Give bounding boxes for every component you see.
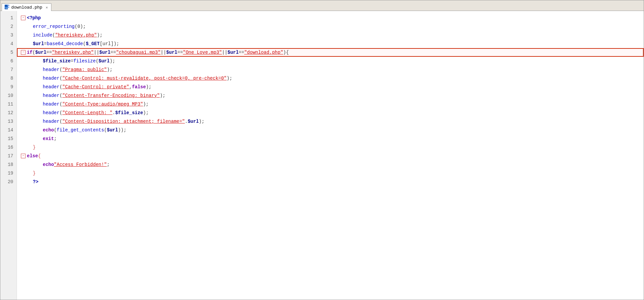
line-num-10: 10 bbox=[0, 91, 17, 100]
fold-1[interactable]: − bbox=[21, 16, 26, 20]
code-line-19: } bbox=[17, 169, 644, 178]
svg-rect-2 bbox=[5, 7, 9, 8]
code-line-13: header ( "Content-Disposition: attachmen… bbox=[17, 117, 644, 126]
code-line-16: } bbox=[17, 143, 644, 152]
line-num-12: 12 bbox=[0, 109, 17, 117]
code-line-18: echo "Access Forbidden!"; bbox=[17, 160, 644, 169]
tab-bar: download.php ✕ bbox=[0, 0, 644, 11]
fold-17[interactable]: − bbox=[21, 154, 26, 158]
line-num-2: 2 bbox=[0, 22, 17, 31]
code-line-10: header ( "Content-Transfer-Encoding: bin… bbox=[17, 91, 644, 100]
tab-download-php[interactable]: download.php ✕ bbox=[2, 3, 51, 11]
code-line-14: echo(file_get_contents($url)); bbox=[17, 126, 644, 134]
code-line-17: − else { bbox=[17, 152, 644, 160]
line-num-20: 20 bbox=[0, 178, 17, 186]
line-num-19: 19 bbox=[0, 169, 17, 178]
code-line-9: header ( "Cache-Control: private", false… bbox=[17, 83, 644, 91]
code-line-4: $url=base64_decode($_GET[url]); bbox=[17, 39, 644, 48]
line-num-1: 1 bbox=[0, 14, 17, 22]
code-line-5: − if( $url=="hereiskey.php" || $url=="ch… bbox=[17, 48, 644, 57]
line-num-17: 17 bbox=[0, 152, 17, 160]
code-line-15: exit; bbox=[17, 134, 644, 143]
code-line-12: header ( "Content-Length: " . $file_size… bbox=[17, 109, 644, 117]
svg-rect-4 bbox=[5, 8, 9, 9]
code-line-1: − <?php bbox=[17, 14, 644, 22]
file-icon bbox=[5, 5, 9, 10]
line-num-11: 11 bbox=[0, 100, 17, 109]
editor-area: 1 2 3 4 5 6 7 8 9 10 11 12 13 14 15 16 1… bbox=[0, 11, 644, 300]
code-line-11: header ( "Content-Type:audio/mpeg MP3"); bbox=[17, 100, 644, 109]
line-num-3: 3 bbox=[0, 31, 17, 39]
code-line-2: error_reporting(0); bbox=[17, 22, 644, 31]
code-line-3: include("hereiskey.php"); bbox=[17, 31, 644, 39]
line-num-14: 14 bbox=[0, 126, 17, 134]
line-num-9: 9 bbox=[0, 83, 17, 91]
code-line-6: $file_size = filesize($url); bbox=[17, 57, 644, 65]
line-num-18: 18 bbox=[0, 160, 17, 169]
line-num-13: 13 bbox=[0, 117, 17, 126]
code-area[interactable]: − <?php error_reporting(0); include("her… bbox=[17, 11, 644, 300]
fold-5[interactable]: − bbox=[21, 50, 26, 55]
line-num-4: 4 bbox=[0, 39, 17, 48]
line-num-7: 7 bbox=[0, 65, 17, 74]
line-num-16: 16 bbox=[0, 143, 17, 152]
tab-close-button[interactable]: ✕ bbox=[46, 5, 48, 10]
line-numbers: 1 2 3 4 5 6 7 8 9 10 11 12 13 14 15 16 1… bbox=[0, 11, 17, 300]
line-num-5: 5 bbox=[0, 48, 17, 57]
code-line-8: header ( "Cache-Control: must-revalidate… bbox=[17, 74, 644, 83]
code-line-20: ?> bbox=[17, 178, 644, 186]
line-num-6: 6 bbox=[0, 57, 17, 65]
tab-label: download.php bbox=[11, 5, 42, 10]
code-line-7: header ( "Pragma: public" ); bbox=[17, 65, 644, 74]
line-num-8: 8 bbox=[0, 74, 17, 83]
line-num-15: 15 bbox=[0, 134, 17, 143]
editor-window: download.php ✕ 1 2 3 4 5 6 7 8 9 10 11 1… bbox=[0, 0, 644, 300]
